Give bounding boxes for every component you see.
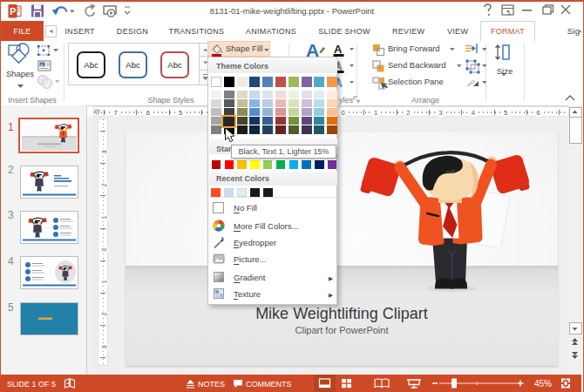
svg-text:A: A: [40, 63, 44, 68]
svg-text:A: A: [334, 43, 343, 56]
